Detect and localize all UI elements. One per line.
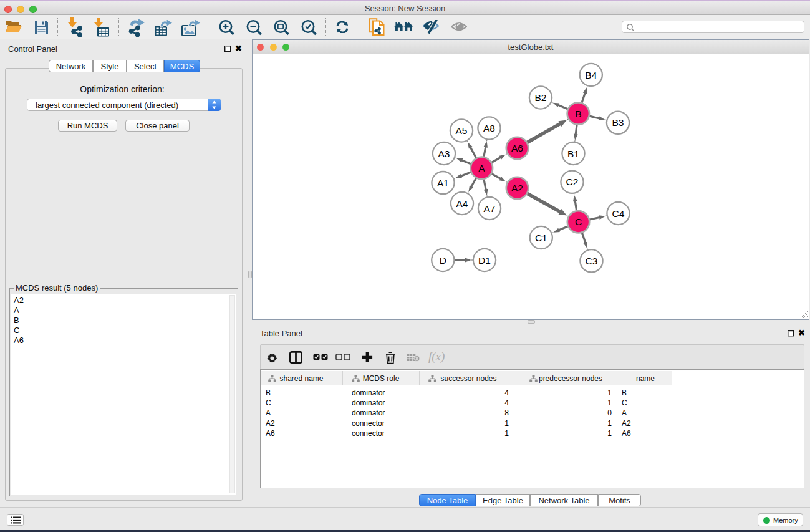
- svg-text:C2: C2: [566, 177, 579, 187]
- svg-text:B4: B4: [585, 70, 597, 80]
- svg-text:D1: D1: [478, 255, 491, 266]
- svg-text:B: B: [575, 109, 581, 119]
- svg-text:C4: C4: [612, 208, 625, 219]
- svg-text:A6: A6: [511, 143, 523, 153]
- svg-text:D: D: [440, 255, 446, 266]
- svg-text:A4: A4: [456, 198, 468, 209]
- svg-text:A3: A3: [438, 148, 450, 159]
- svg-text:A7: A7: [484, 203, 496, 214]
- svg-text:B2: B2: [535, 92, 547, 103]
- svg-text:A8: A8: [483, 123, 495, 133]
- svg-text:C: C: [575, 216, 582, 227]
- svg-text:A5: A5: [456, 125, 468, 136]
- svg-text:B3: B3: [612, 117, 624, 128]
- svg-text:C1: C1: [535, 233, 547, 243]
- svg-text:A2: A2: [511, 183, 523, 193]
- svg-text:C3: C3: [586, 256, 598, 266]
- svg-text:A: A: [478, 163, 485, 173]
- svg-text:A1: A1: [437, 178, 449, 188]
- svg-text:B1: B1: [567, 148, 579, 159]
